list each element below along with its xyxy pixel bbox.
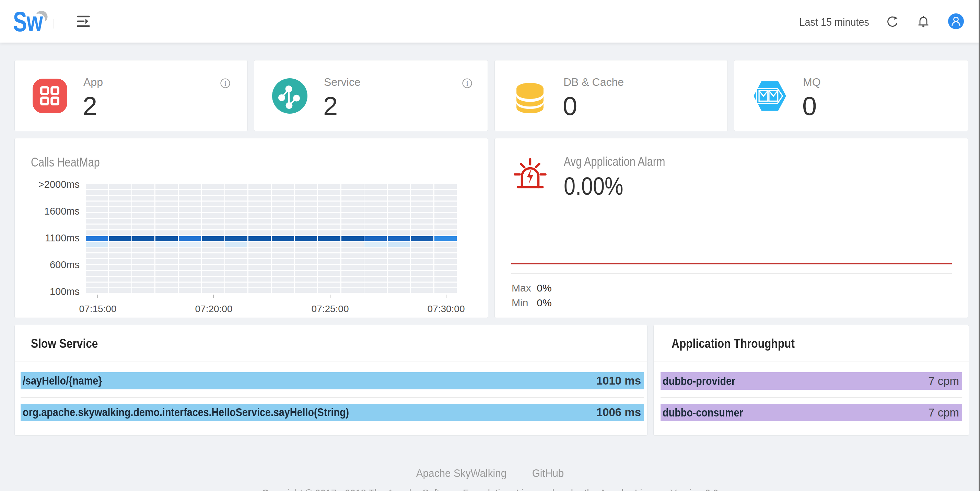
svg-text:i: i xyxy=(224,79,226,88)
svg-text:i: i xyxy=(466,79,468,88)
